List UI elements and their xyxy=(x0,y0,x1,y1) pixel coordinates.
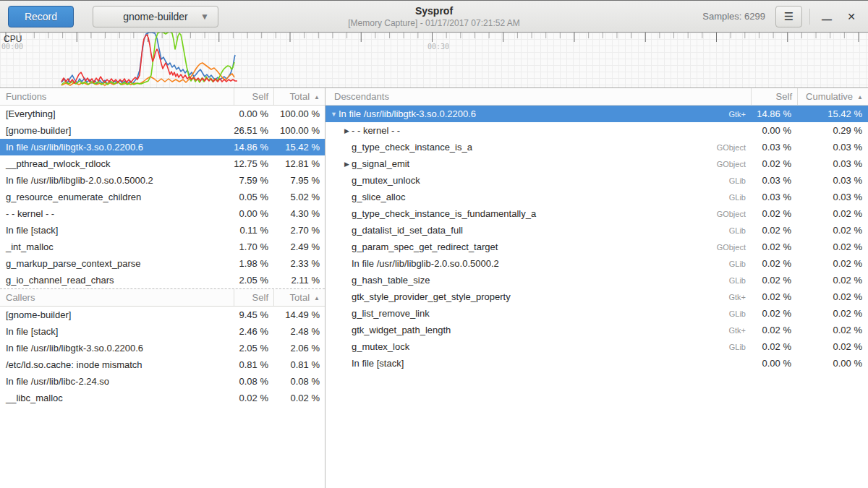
functions-column-header[interactable]: Functions xyxy=(0,88,234,105)
callers-self-column-header[interactable]: Self xyxy=(234,289,273,306)
cumulative-percent: 0.03 % xyxy=(797,158,868,169)
descendant-name: g_type_check_instance_is_a xyxy=(352,142,472,153)
chevron-down-icon: ▼ xyxy=(200,12,209,22)
table-row[interactable]: g_resource_enumerate_children0.05 %5.02 … xyxy=(0,189,325,205)
tree-row[interactable]: gtk_style_provider_get_style_propertyGtk… xyxy=(326,288,868,305)
self-percent: 14.86 % xyxy=(234,142,273,153)
table-row[interactable]: In file /usr/lib/libglib-2.0.so.0.5000.2… xyxy=(0,172,325,189)
cpu-timeline[interactable]: CPU 00:00 00:30 xyxy=(0,33,868,88)
tree-row[interactable]: g_list_remove_linkGLib0.02 %0.02 % xyxy=(326,305,868,322)
target-dropdown[interactable]: gnome-builder ▼ xyxy=(93,6,218,27)
left-pane: Functions Self Total▲ [Everything]0.00 %… xyxy=(0,88,326,488)
callers-column-header[interactable]: Callers xyxy=(0,289,234,306)
table-row[interactable]: In file [stack]0.11 %2.70 % xyxy=(0,222,325,239)
tree-row[interactable]: g_type_check_instance_is_fundamentally_a… xyxy=(326,205,868,222)
self-percent: 0.02 % xyxy=(751,158,797,169)
descendant-name: g_slice_alloc xyxy=(352,192,405,202)
caller-name: [gnome-builder] xyxy=(0,309,234,320)
tree-row[interactable]: g_mutex_unlockGLib0.03 %0.03 % xyxy=(326,172,868,189)
table-row[interactable]: In file /usr/lib/libc-2.24.so0.08 %0.08 … xyxy=(0,373,325,390)
expander-closed-icon[interactable]: ▶ xyxy=(342,160,352,168)
table-row[interactable]: _int_malloc1.70 %2.49 % xyxy=(0,239,325,255)
sort-arrow-icon: ▲ xyxy=(857,94,863,100)
table-row[interactable]: In file [stack]2.46 %2.48 % xyxy=(0,323,325,340)
self-percent: 0.00 % xyxy=(751,358,797,369)
table-row[interactable]: In file /usr/lib/libgtk-3.so.0.2200.62.0… xyxy=(0,340,325,356)
total-percent: 0.81 % xyxy=(273,359,325,370)
table-row[interactable]: In file /usr/lib/libgtk-3.so.0.2200.614.… xyxy=(0,139,325,155)
table-row[interactable]: __pthread_rwlock_rdlock12.75 %12.81 % xyxy=(0,155,325,172)
self-percent: 1.70 % xyxy=(234,241,273,252)
descendant-name: g_hash_table_size xyxy=(352,275,430,286)
table-row[interactable]: [gnome-builder]26.51 %100.00 % xyxy=(0,122,325,139)
tree-row[interactable]: gtk_widget_path_lengthGtk+0.02 %0.02 % xyxy=(326,322,868,338)
hamburger-icon: ☰ xyxy=(784,10,793,23)
self-percent: 0.02 % xyxy=(751,208,797,219)
tree-row[interactable]: In file [stack]0.00 %0.00 % xyxy=(326,355,868,372)
library-tag: GLib xyxy=(729,276,751,285)
descendant-name-cell: g_type_check_instance_is_fundamentally_a… xyxy=(326,208,751,219)
cumulative-percent: 0.03 % xyxy=(797,175,868,186)
descendant-name: In file /usr/lib/libgtk-3.so.0.2200.6 xyxy=(339,108,476,119)
library-tag: GObject xyxy=(717,160,751,168)
table-row[interactable]: g_markup_parse_context_parse1.98 %2.33 % xyxy=(0,255,325,272)
self-percent: 0.08 % xyxy=(234,376,273,387)
descendants-self-column-header[interactable]: Self xyxy=(751,88,797,105)
self-percent: 12.75 % xyxy=(234,158,273,169)
tree-row[interactable]: ▶g_signal_emitGObject0.02 %0.03 % xyxy=(326,155,868,172)
cumulative-percent: 0.02 % xyxy=(797,275,868,286)
expander-closed-icon[interactable]: ▶ xyxy=(342,127,352,134)
self-percent: 0.02 % xyxy=(234,393,273,403)
self-percent: 0.02 % xyxy=(751,291,797,302)
table-row[interactable]: __libc_malloc0.02 %0.02 % xyxy=(0,390,325,406)
time-label-mid: 00:30 xyxy=(427,43,449,51)
self-percent: 1.98 % xyxy=(234,258,273,269)
functions-total-column-header[interactable]: Total▲ xyxy=(273,88,325,105)
total-percent: 15.42 % xyxy=(273,142,325,153)
table-row[interactable]: /etc/ld.so.cache: inode mismatch0.81 %0.… xyxy=(0,356,325,373)
table-row[interactable]: - - kernel - -0.00 %4.30 % xyxy=(0,205,325,222)
descendant-name: g_datalist_id_set_data_full xyxy=(352,225,463,236)
tree-row[interactable]: g_hash_table_sizeGLib0.02 %0.02 % xyxy=(326,272,868,288)
tree-row[interactable]: g_type_check_instance_is_aGObject0.03 %0… xyxy=(326,139,868,155)
table-row[interactable]: [gnome-builder]9.45 %14.49 % xyxy=(0,307,325,323)
descendant-name: g_mutex_lock xyxy=(352,341,409,352)
self-percent: 7.59 % xyxy=(234,175,273,186)
right-pane: Descendants Self Cumulative▲ ▼In file /u… xyxy=(326,88,868,488)
total-percent: 2.49 % xyxy=(273,241,325,252)
cumulative-percent: 0.02 % xyxy=(797,258,868,269)
caller-name: In file [stack] xyxy=(0,326,234,337)
self-percent: 2.05 % xyxy=(234,343,273,354)
expander-open-icon[interactable]: ▼ xyxy=(329,111,339,118)
descendant-name-cell: ▼In file /usr/lib/libgtk-3.so.0.2200.6Gt… xyxy=(326,108,751,119)
tree-row[interactable]: g_slice_allocGLib0.03 %0.03 % xyxy=(326,189,868,205)
tree-row[interactable]: ▼In file /usr/lib/libgtk-3.so.0.2200.6Gt… xyxy=(326,106,868,122)
cumulative-percent: 0.03 % xyxy=(797,192,868,202)
descendants-column-header[interactable]: Descendants xyxy=(326,88,751,105)
table-row[interactable]: g_io_channel_read_chars2.05 %2.11 % xyxy=(0,272,325,288)
tree-row[interactable]: ▶- - kernel - -0.00 %0.29 % xyxy=(326,122,868,139)
descendants-cumulative-column-header[interactable]: Cumulative▲ xyxy=(797,88,868,105)
table-row[interactable]: [Everything]0.00 %100.00 % xyxy=(0,106,325,122)
descendant-name-cell: gtk_style_provider_get_style_propertyGtk… xyxy=(326,291,751,302)
tree-row[interactable]: g_datalist_id_set_data_fullGLib0.02 %0.0… xyxy=(326,222,868,239)
library-tag: GObject xyxy=(717,143,751,152)
library-tag: GLib xyxy=(729,260,751,268)
close-button[interactable]: ✕ xyxy=(839,4,864,29)
total-percent: 100.00 % xyxy=(273,108,325,119)
descendant-name: g_type_check_instance_is_fundamentally_a xyxy=(352,208,536,219)
function-name: g_resource_enumerate_children xyxy=(0,192,234,202)
tree-row[interactable]: In file /usr/lib/libglib-2.0.so.0.5000.2… xyxy=(326,255,868,272)
functions-self-column-header[interactable]: Self xyxy=(234,88,273,105)
tree-row[interactable]: g_param_spec_get_redirect_targetGObject0… xyxy=(326,239,868,255)
record-button[interactable]: Record xyxy=(8,6,74,27)
menu-button[interactable]: ☰ xyxy=(775,6,802,27)
tree-row[interactable]: g_mutex_lockGLib0.02 %0.02 % xyxy=(326,338,868,355)
function-name: In file [stack] xyxy=(0,225,234,236)
library-tag: GLib xyxy=(729,193,751,202)
self-percent: 0.02 % xyxy=(751,275,797,286)
minimize-button[interactable]: — xyxy=(814,4,839,29)
total-percent: 5.02 % xyxy=(273,192,325,202)
descendant-name: g_param_spec_get_redirect_target xyxy=(352,241,498,252)
callers-total-column-header[interactable]: Total▲ xyxy=(273,289,325,306)
